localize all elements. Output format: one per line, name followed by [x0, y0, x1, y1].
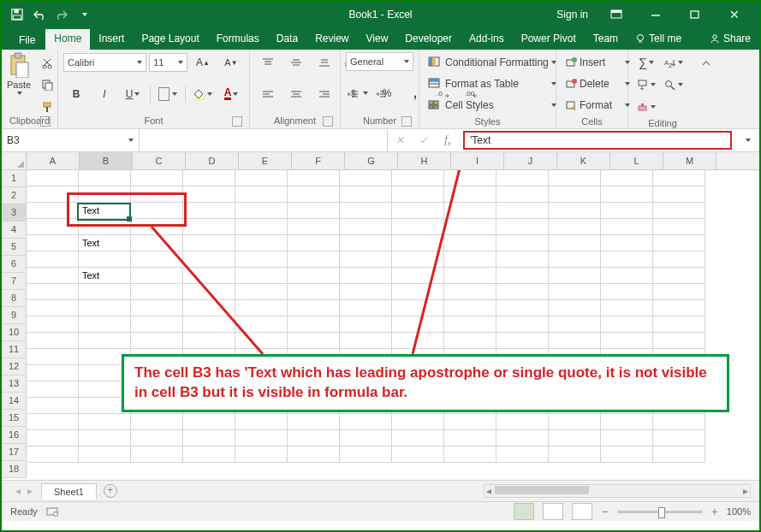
cell[interactable]	[340, 300, 392, 316]
sheet-nav-first-icon[interactable]: ◂	[15, 485, 21, 497]
copy-button[interactable]	[34, 74, 60, 95]
cell[interactable]	[444, 219, 496, 235]
column-header[interactable]: G	[345, 152, 398, 169]
cell[interactable]	[340, 446, 392, 463]
cell[interactable]	[27, 203, 79, 219]
fill-color-button[interactable]	[190, 84, 216, 104]
cell[interactable]	[392, 235, 444, 251]
cell[interactable]	[183, 268, 235, 284]
conditional-formatting-button[interactable]: Conditional Formatting	[425, 52, 560, 73]
cell[interactable]	[235, 446, 288, 463]
cancel-edit-button[interactable]: ✕	[388, 129, 412, 151]
column-header[interactable]: H	[398, 152, 451, 169]
cell[interactable]	[27, 268, 79, 284]
cell[interactable]	[79, 430, 131, 446]
cell[interactable]	[601, 170, 653, 186]
cell[interactable]	[183, 186, 235, 203]
cell[interactable]	[653, 203, 705, 219]
cell[interactable]	[235, 251, 288, 268]
tab-power-pivot[interactable]: Power Pivot	[513, 29, 585, 50]
sort-filter-button[interactable]: AZ	[661, 52, 687, 73]
cell[interactable]	[288, 203, 340, 219]
cell[interactable]	[27, 300, 79, 316]
cell-styles-button[interactable]: Cell Styles	[425, 95, 560, 115]
cell[interactable]	[549, 284, 601, 300]
cell[interactable]	[444, 300, 496, 316]
font-name-combo[interactable]: Calibri	[63, 53, 146, 72]
borders-button[interactable]	[155, 84, 181, 104]
column-header[interactable]: I	[451, 152, 504, 169]
cell[interactable]	[392, 430, 444, 446]
cell[interactable]	[183, 300, 235, 316]
cell[interactable]	[549, 268, 601, 284]
row-header[interactable]: 9	[2, 307, 27, 324]
cell[interactable]	[653, 219, 705, 235]
cell[interactable]	[79, 186, 131, 203]
cell[interactable]	[288, 284, 340, 300]
align-center-button[interactable]	[283, 84, 309, 104]
column-header[interactable]: A	[27, 152, 80, 169]
cell[interactable]	[131, 316, 183, 333]
italic-button[interactable]: I	[92, 84, 117, 104]
cell[interactable]	[340, 170, 392, 186]
cell[interactable]	[496, 268, 549, 284]
cell[interactable]	[496, 219, 549, 235]
cell[interactable]	[79, 284, 131, 300]
new-sheet-button[interactable]: +	[100, 481, 121, 501]
bold-button[interactable]: B	[63, 84, 89, 104]
ribbon-display-options-icon[interactable]	[597, 2, 636, 27]
sheet-tab[interactable]: Sheet1	[41, 483, 97, 499]
cell[interactable]	[27, 186, 79, 203]
cell[interactable]	[27, 219, 79, 235]
cell[interactable]	[79, 414, 131, 430]
cell[interactable]	[549, 235, 601, 251]
cell[interactable]: Text	[79, 235, 131, 251]
cell[interactable]	[131, 300, 183, 316]
cell[interactable]	[392, 446, 444, 463]
cell[interactable]	[288, 316, 340, 333]
cell[interactable]	[131, 430, 183, 446]
find-select-button[interactable]	[661, 74, 687, 95]
cell[interactable]	[444, 235, 496, 251]
cell[interactable]	[79, 300, 131, 316]
cell[interactable]	[496, 414, 549, 430]
cell[interactable]	[653, 316, 705, 333]
column-header[interactable]: K	[557, 152, 610, 169]
zoom-level[interactable]: 100%	[727, 506, 751, 517]
align-middle-button[interactable]	[283, 52, 309, 73]
cell[interactable]	[444, 446, 496, 463]
cell[interactable]	[183, 203, 235, 219]
formula-bar-input[interactable]: 'Text	[463, 131, 732, 150]
cell[interactable]	[131, 251, 183, 268]
cell[interactable]	[288, 251, 340, 268]
cell[interactable]	[183, 430, 235, 446]
cell[interactable]	[496, 300, 549, 316]
cell[interactable]	[653, 446, 705, 463]
cell[interactable]	[653, 268, 705, 284]
cell[interactable]	[653, 300, 705, 316]
autosum-button[interactable]: ∑	[633, 52, 659, 73]
cell[interactable]	[549, 186, 601, 203]
cell[interactable]	[601, 284, 653, 300]
name-box-expand[interactable]	[140, 129, 388, 151]
insert-function-button[interactable]: fx	[436, 129, 460, 151]
cell[interactable]	[601, 235, 653, 251]
cell[interactable]	[131, 219, 183, 235]
cell[interactable]	[601, 203, 653, 219]
row-header[interactable]: 7	[2, 273, 27, 290]
qat-more-icon[interactable]	[74, 4, 94, 25]
cell[interactable]	[235, 235, 288, 251]
row-header[interactable]: 12	[2, 358, 27, 375]
cell[interactable]	[549, 300, 601, 316]
column-header[interactable]: M	[663, 152, 716, 169]
cell[interactable]	[496, 251, 549, 268]
normal-view-button[interactable]	[514, 503, 534, 520]
cell[interactable]	[27, 430, 79, 446]
row-header[interactable]: 18	[2, 461, 27, 478]
expand-formula-bar-button[interactable]	[735, 129, 759, 151]
cell[interactable]	[235, 170, 288, 186]
sheet-nav-last-icon[interactable]: ▸	[27, 485, 33, 497]
cell[interactable]	[27, 365, 79, 381]
column-header[interactable]: E	[239, 152, 292, 169]
cell[interactable]	[549, 446, 601, 463]
